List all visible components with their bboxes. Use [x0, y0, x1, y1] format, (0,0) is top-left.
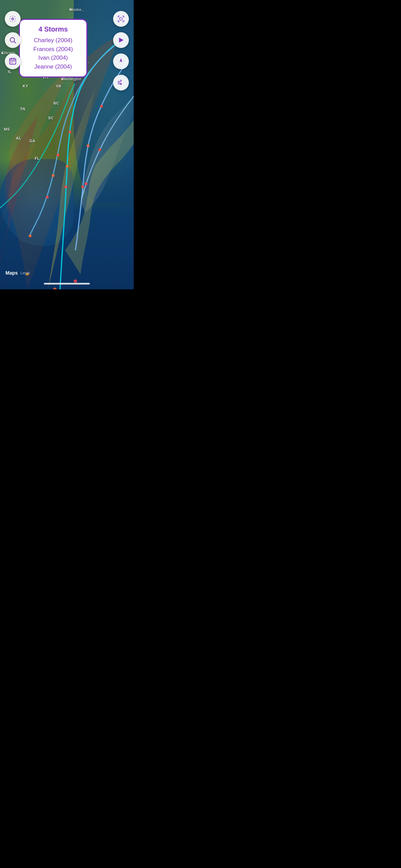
svg-rect-16 — [120, 17, 122, 20]
calendar-button[interactable] — [5, 53, 21, 69]
svg-marker-19 — [119, 38, 124, 43]
storm-charley: Charley (2004) — [28, 36, 78, 45]
svg-rect-25 — [12, 62, 13, 63]
state-label-ga: GA — [29, 139, 36, 143]
svg-rect-24 — [11, 62, 12, 63]
storm-ivan: Ivan (2004) — [28, 53, 78, 62]
state-label-fl: FL — [35, 156, 39, 160]
city-chicago: Chicago — [1, 52, 3, 54]
state-label-va: VA — [56, 84, 61, 88]
map-container[interactable]: MS AL GA FL TN KY WV VA NC SC IL Chicago… — [0, 0, 134, 289]
state-label-ms: MS — [4, 127, 10, 131]
wind-button[interactable] — [113, 75, 129, 91]
city-montreal: Montre... — [70, 9, 71, 10]
city-washington: Washington — [61, 78, 63, 80]
state-label-al: AL — [16, 136, 22, 140]
bottom-bar — [0, 278, 134, 289]
state-label-ky: KY — [23, 84, 28, 88]
state-label-il: IL — [8, 70, 12, 74]
maps-attribution: Maps Legal — [4, 270, 30, 276]
state-label-tn: TN — [20, 107, 26, 111]
svg-point-15 — [12, 18, 14, 20]
state-label-sc: SC — [48, 116, 53, 120]
settings-button[interactable] — [5, 11, 21, 27]
scan-button[interactable] — [113, 11, 129, 27]
maps-label: Maps — [5, 270, 18, 276]
svg-rect-23 — [14, 61, 15, 62]
svg-line-18 — [14, 41, 16, 43]
storms-popup[interactable]: 4 Storms Charley (2004) Frances (2004) I… — [19, 19, 87, 77]
svg-rect-21 — [11, 61, 12, 62]
search-button[interactable] — [5, 32, 21, 48]
play-button[interactable] — [113, 32, 129, 48]
svg-rect-22 — [12, 61, 13, 62]
storm-frances: Frances (2004) — [28, 45, 78, 54]
state-label-nc: NC — [53, 101, 59, 105]
navigation-button[interactable] — [113, 53, 129, 69]
svg-point-17 — [10, 38, 15, 42]
legal-label: Legal — [21, 271, 30, 275]
popup-title: 4 Storms — [28, 25, 78, 33]
storm-jeanne: Jeanne (2004) — [28, 62, 78, 71]
home-indicator — [44, 283, 90, 285]
